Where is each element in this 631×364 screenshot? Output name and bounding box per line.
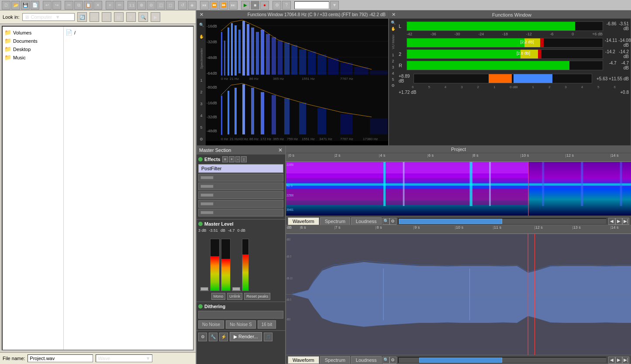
loudness-tab-label: Loudness — [356, 219, 377, 224]
wave-scroll-left-btn[interactable]: ◀ — [608, 357, 615, 364]
toolbar-play-icon[interactable]: ▶ — [241, 1, 250, 10]
wave-settings-btn[interactable]: ⚙ — [390, 357, 397, 364]
vu-settings-icon[interactable]: ⚙ — [391, 83, 395, 88]
scroll-right-btn[interactable]: ▶ — [615, 218, 622, 225]
toolbar-redo-icon[interactable]: ↪ — [52, 1, 61, 10]
effects-menu-btn[interactable]: ≡ — [222, 156, 228, 162]
toolbar-prev-icon[interactable]: ⏪ — [210, 1, 218, 10]
fader-handle-left[interactable] — [200, 287, 208, 291]
spec-scrollbar[interactable] — [398, 218, 607, 224]
spec-scrollbar-thumb[interactable] — [399, 219, 503, 224]
toolbar-zoom-sel-icon[interactable]: ◫ — [156, 1, 165, 10]
fb-grid-btn[interactable]: ▤ — [114, 12, 124, 22]
search-dropdown-icon[interactable]: ▼ — [330, 1, 339, 10]
toolbar-settings-icon[interactable]: ⚙ — [272, 1, 281, 10]
toolbar-stop-icon[interactable]: ■ — [251, 1, 259, 10]
bt-icon-4[interactable]: 🎵 — [264, 333, 272, 341]
toolbar-zoom-in-icon[interactable]: ⊕ — [137, 1, 146, 10]
folder-desktop[interactable]: 📁 Desktop — [4, 45, 62, 53]
reset-peaks-btn[interactable]: Reset peaks — [244, 293, 270, 300]
toolbar-loop-icon[interactable]: ↺ — [178, 1, 187, 10]
wave-scrollbar-thumb[interactable] — [419, 357, 502, 363]
toolbar-end-icon[interactable]: ⏭ — [229, 1, 238, 10]
spec-zoom-icon[interactable]: 🔍 — [199, 23, 204, 27]
fb-back-btn[interactable]: ← — [90, 12, 99, 22]
spectrum-close-icon[interactable]: ✕ — [200, 12, 203, 17]
effects-active-circle[interactable] — [198, 157, 203, 161]
vu-num-5: 5 — [392, 77, 394, 82]
toolbar-cursor-icon[interactable]: ⌖ — [106, 1, 114, 10]
bt-icon-3[interactable]: ⚡ — [219, 333, 228, 341]
wave-search-btn[interactable]: 🔍 — [383, 357, 390, 364]
waveform-tab[interactable]: Waveform — [288, 217, 319, 225]
toolbar-cut-icon[interactable]: ✂ — [65, 1, 73, 10]
bt-icon-1[interactable]: ⚙ — [198, 333, 207, 341]
vu-zoom-icon[interactable]: 🔍 — [391, 21, 396, 25]
vu-close-icon[interactable]: ✕ — [392, 12, 396, 17]
folder-documents[interactable]: 📁 Documents — [4, 37, 62, 45]
toolbar-copy-icon[interactable]: ⧉ — [74, 1, 83, 10]
toolbar-help-icon[interactable]: ? — [282, 1, 291, 10]
wave-scroll-end-btn[interactable]: ▶| — [622, 357, 629, 364]
postfilter-item[interactable]: PostFilter — [198, 164, 283, 173]
effects-arrow-btn[interactable]: ↕ — [241, 156, 247, 162]
toolbar-saveas-icon[interactable]: 📄 — [31, 1, 39, 10]
folder-volumes[interactable]: 📁 Volumes — [4, 28, 62, 37]
bt-icon-2[interactable]: 🔧 — [209, 333, 217, 341]
look-in-select[interactable]: 🖥 Computer ▼ — [22, 13, 75, 21]
unlink-btn[interactable]: Unlink — [227, 293, 242, 300]
scroll-left-btn[interactable]: ◀ — [608, 218, 615, 225]
dith-active-circle[interactable] — [198, 304, 203, 309]
vu-pan-icon[interactable]: ✋ — [391, 27, 396, 31]
ml-active-circle[interactable] — [198, 222, 203, 226]
toolbar-record-icon[interactable]: ● — [260, 1, 269, 10]
effects-remove-btn[interactable]: - — [235, 156, 240, 162]
folder-music[interactable]: 📁 Music — [4, 53, 62, 62]
wave-spectrum-tab[interactable]: Spectrum — [320, 356, 350, 364]
toolbar-zoom-out-icon[interactable]: ⊖ — [147, 1, 155, 10]
no-noise-s-btn[interactable]: No Noise S — [226, 320, 256, 329]
toolbar-zoom-1-icon[interactable]: 1:1 — [128, 1, 136, 10]
fader-handle-right[interactable] — [232, 287, 240, 291]
folder-volumes-icon: 📁 — [4, 29, 11, 36]
spec-pan-icon[interactable]: ✋ — [199, 34, 204, 39]
toolbar-scrub-icon[interactable]: ◈ — [188, 1, 197, 10]
spectrum-tab[interactable]: Spectrum — [320, 217, 350, 225]
wave-scrollbar[interactable] — [398, 357, 607, 363]
toolbar-save-icon[interactable]: 💾 — [21, 1, 30, 10]
fb-search-btn[interactable]: 🔍 — [138, 12, 148, 22]
fb-forward-btn[interactable]: → — [102, 12, 111, 22]
render-btn[interactable]: ▶ Render... — [230, 332, 262, 341]
spec-settings-icon[interactable]: ⚙ — [200, 137, 203, 141]
fb-refresh-btn[interactable]: 🔄 — [77, 12, 87, 22]
toolbar-pencil-icon[interactable]: ✏ — [115, 1, 124, 10]
file-type-select[interactable]: Wave ▼ — [96, 354, 152, 362]
time-tick-10s: 10 s — [521, 153, 529, 158]
toolbar-paste-icon[interactable]: 📋 — [84, 1, 93, 10]
fb-list-btn[interactable]: ≡ — [126, 12, 136, 22]
toolbar-zoom-all-icon[interactable]: ◻ — [166, 1, 175, 10]
file-name-input[interactable] — [28, 354, 93, 362]
spec-settings-btn[interactable]: ⚙ — [390, 218, 397, 225]
ms-close-btn[interactable]: ✕ — [278, 147, 283, 153]
wave-loudness-tab[interactable]: Loudness — [351, 356, 382, 364]
toolbar-delete-icon[interactable]: ✕ — [93, 1, 102, 10]
toolbar-new-icon[interactable]: 🗋 — [2, 1, 10, 10]
toolbar-next-icon[interactable]: ⏩ — [219, 1, 228, 10]
effects-add-btn[interactable]: + — [229, 156, 234, 162]
mono-btn[interactable]: Mono — [211, 293, 226, 300]
scroll-end-btn[interactable]: ▶| — [622, 218, 629, 225]
fader-left[interactable] — [200, 290, 209, 291]
toolbar-rewind-icon[interactable]: ⏮ — [200, 1, 209, 10]
fader-right[interactable] — [232, 290, 241, 291]
loudness-tab[interactable]: Loudness — [351, 217, 382, 225]
fb-play-btn[interactable]: ▶ — [151, 12, 160, 22]
spec-search-btn[interactable]: 🔍 — [383, 218, 390, 225]
no-noise-btn[interactable]: No Noise — [198, 320, 224, 329]
toolbar-open-icon[interactable]: 📂 — [11, 1, 20, 10]
toolbar-undo-icon[interactable]: ↩ — [43, 1, 52, 10]
search-input[interactable] — [294, 1, 329, 9]
wave-scroll-right-btn[interactable]: ▶ — [615, 357, 622, 364]
bit16-btn[interactable]: 16 bit — [258, 320, 276, 329]
wave-waveform-tab[interactable]: Waveform — [288, 356, 319, 364]
